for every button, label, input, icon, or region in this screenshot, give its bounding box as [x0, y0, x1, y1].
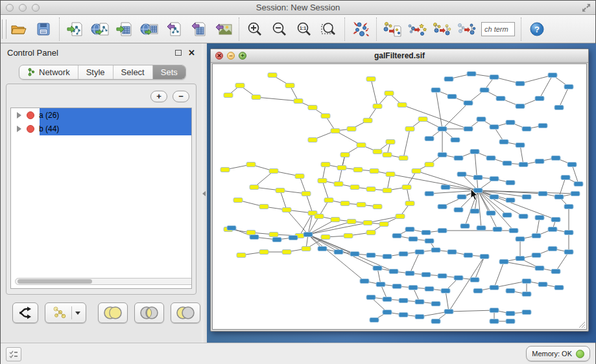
split-set-button[interactable] [12, 302, 38, 323]
remove-set-button[interactable]: − [173, 91, 189, 102]
panel-splitter[interactable] [202, 43, 207, 343]
zoom-out-icon[interactable] [267, 17, 292, 41]
network-node [574, 182, 583, 187]
zoom-in-icon[interactable] [243, 17, 267, 41]
network-node [363, 221, 372, 225]
open-folder-icon[interactable] [6, 17, 31, 41]
resize-grip[interactable] [577, 319, 586, 328]
first-neighbors-add-icon[interactable] [405, 17, 429, 41]
set-color-dot [27, 125, 34, 133]
network-node [237, 253, 246, 258]
control-panel-tabs: Network Style Select Sets [19, 65, 186, 80]
chevron-down-icon[interactable] [75, 312, 80, 315]
network-node [392, 234, 401, 238]
network-node [259, 205, 268, 209]
collapse-panel-icon[interactable] [202, 191, 206, 196]
first-neighbors-select-icon[interactable] [429, 17, 454, 41]
close-window-button[interactable] [6, 4, 14, 12]
network-node [473, 289, 483, 293]
union-button[interactable] [98, 302, 128, 323]
intersection-button[interactable] [134, 302, 164, 323]
sets-list[interactable]: a (26) b (44) [10, 108, 192, 289]
help-icon[interactable]: ? [525, 17, 549, 41]
export-image-icon[interactable] [211, 17, 235, 41]
horizontal-scrollbar[interactable] [15, 278, 192, 285]
network-node [389, 269, 398, 274]
network-node [373, 150, 382, 154]
network-node [366, 253, 375, 258]
network-node [506, 198, 515, 203]
network-node [405, 271, 414, 276]
search-input[interactable] [481, 22, 515, 36]
list-item-set-a[interactable]: a (26) [11, 108, 191, 122]
tab-style[interactable]: Style [78, 65, 113, 79]
application-window: Session: New Session [0, 0, 596, 364]
expand-triangle-icon[interactable] [17, 112, 21, 119]
export-table-icon[interactable] [186, 17, 211, 41]
network-node [282, 250, 291, 255]
frame-minimize-icon[interactable]: − [227, 52, 235, 60]
zoom-1-1-icon[interactable]: 1:1 [292, 17, 316, 41]
network-node [519, 163, 528, 167]
network-node [376, 282, 385, 287]
tab-select[interactable]: Select [113, 65, 153, 79]
network-frame-titlebar[interactable]: ✕ − + galFiltered.sif [211, 49, 588, 63]
memory-status-button[interactable]: Memory: OK [526, 346, 590, 361]
network-node [347, 127, 356, 131]
network-node [516, 237, 525, 242]
network-node [412, 169, 421, 174]
import-network-web-icon[interactable] [88, 17, 112, 41]
save-session-icon[interactable] [31, 17, 56, 41]
network-node [473, 176, 483, 180]
network-node [383, 153, 392, 157]
expand-triangle-icon[interactable] [17, 126, 21, 132]
close-panel-icon[interactable]: ✕ [188, 49, 195, 57]
create-set-combo-button[interactable] [45, 302, 86, 323]
network-node [425, 287, 434, 291]
frame-maximize-icon[interactable]: + [239, 52, 246, 60]
split-arrows-icon [18, 305, 33, 321]
fullscreen-icon[interactable] [581, 3, 591, 13]
network-node [516, 143, 525, 148]
zoom-window-button[interactable] [32, 4, 40, 12]
network-node [438, 153, 447, 157]
network-node [486, 156, 495, 161]
set-label: a (26) [39, 111, 59, 120]
network-frame[interactable]: ✕ − + galFiltered.sif [210, 49, 589, 332]
minimize-window-button[interactable] [19, 4, 27, 12]
scrollbar-thumb[interactable] [18, 279, 92, 284]
network-node [399, 299, 408, 303]
tab-select-label: Select [121, 67, 145, 77]
toolbar-drag-handle[interactable] [2, 19, 6, 39]
network-node [398, 103, 407, 108]
list-item-set-b[interactable]: b (44) [11, 122, 191, 135]
network-node [289, 236, 298, 240]
window-title: Session: New Session [1, 3, 595, 12]
network-node [486, 211, 495, 216]
tab-sets[interactable]: Sets [153, 65, 185, 79]
apply-layout-icon[interactable] [348, 17, 373, 41]
traffic-lights[interactable] [6, 4, 40, 12]
network-node [516, 256, 525, 261]
import-table-file-icon[interactable] [112, 17, 137, 41]
network-canvas[interactable] [212, 63, 587, 330]
add-set-button[interactable]: + [150, 91, 167, 102]
network-node [334, 182, 343, 187]
task-status-button[interactable] [6, 347, 21, 361]
tab-network[interactable]: Network [19, 65, 78, 79]
titlebar[interactable]: Session: New Session [1, 1, 595, 15]
network-node [490, 319, 499, 324]
float-panel-icon[interactable] [175, 50, 182, 56]
zoom-selected-icon[interactable] [316, 17, 341, 41]
first-neighbors-file-icon[interactable] [380, 17, 405, 41]
network-node [308, 106, 317, 110]
frame-close-icon[interactable]: ✕ [215, 52, 223, 60]
import-table-web-icon[interactable] [137, 17, 161, 41]
network-node [321, 235, 330, 240]
import-network-file-icon[interactable] [63, 17, 88, 41]
export-network-icon[interactable] [161, 17, 186, 41]
first-neighbors-deselect-icon[interactable] [454, 17, 479, 41]
network-node [383, 297, 392, 302]
network-frame-title: galFiltered.sif [211, 51, 588, 60]
difference-button[interactable] [171, 302, 200, 323]
